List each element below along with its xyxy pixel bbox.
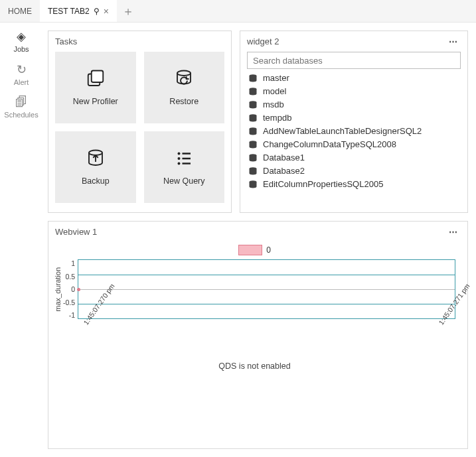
ytick: 0.5 (63, 273, 75, 281)
rail-schedules[interactable]: 🗐 Schedules (0, 96, 42, 119)
webview-panel: Webview 1 ⋯ 0 max_duration 1 0.5 0 (48, 221, 468, 449)
list-item[interactable]: model (248, 86, 461, 96)
chart-legend: 0 (54, 245, 455, 255)
ytick: 1 (63, 259, 75, 267)
list-item[interactable]: Database1 (248, 153, 461, 163)
y-axis-label: max_duration (54, 267, 62, 312)
list-item-label: master (263, 73, 289, 83)
list-item[interactable]: ChangeColumnDataTypeSQL2008 (248, 139, 461, 149)
task-restore-label: Restore (169, 97, 198, 106)
database-icon (248, 114, 258, 122)
jobs-icon: ◈ (17, 29, 26, 44)
rail-alert-label: Alert (14, 78, 29, 86)
x-axis-ticks: 1:45:07.270 pm 1:45:07.271 pm (82, 319, 455, 359)
widget2-panel: widget 2 ⋯ master model msdb tempdb AddN… (240, 31, 468, 213)
data-point (77, 288, 80, 291)
ytick: -1 (63, 311, 75, 319)
database-icon (248, 127, 258, 135)
rail-schedules-label: Schedules (4, 111, 38, 119)
svg-point-2 (177, 71, 191, 76)
task-backup-label: Backup (82, 176, 110, 186)
list-item[interactable]: AddNewTableLaunchTableDesignerSQL2 (248, 126, 461, 136)
rail-jobs[interactable]: ◈ Jobs (0, 29, 42, 53)
new-tab-button[interactable]: ＋ (117, 0, 139, 22)
svg-point-7 (178, 163, 181, 165)
legend-swatch (238, 245, 262, 255)
pin-icon[interactable]: ⚲ (94, 7, 100, 16)
database-icon (248, 101, 258, 109)
svg-point-6 (178, 157, 181, 160)
y-axis-ticks: 1 0.5 0 -0.5 -1 (63, 259, 78, 319)
list-item-label: tempdb (263, 113, 291, 123)
rail-alert[interactable]: ↻ Alert (0, 62, 42, 86)
list-item-label: msdb (263, 99, 284, 109)
list-item[interactable]: master (248, 73, 461, 83)
database-icon (248, 141, 258, 149)
list-item-label: EditColumnPropertiesSQL2005 (263, 179, 383, 189)
task-new-profiler-label: New Profiler (73, 97, 118, 106)
database-icon (248, 74, 258, 82)
list-item-label: Database2 (263, 166, 305, 176)
list-item[interactable]: msdb (248, 99, 461, 109)
search-input[interactable] (247, 52, 461, 69)
widget2-title: widget 2 (247, 36, 279, 46)
tab-test-tab2[interactable]: TEST TAB2 ⚲ × (40, 0, 117, 22)
activity-rail: ◈ Jobs ↻ Alert 🗐 Schedules (0, 23, 42, 457)
task-new-profiler[interactable]: New Profiler (55, 52, 136, 123)
legend-label: 0 (266, 245, 271, 255)
list-item-label: Database1 (263, 153, 305, 163)
ytick: -0.5 (63, 298, 75, 306)
tasks-panel: Tasks New Profiler Restore (48, 31, 232, 213)
schedules-icon: 🗐 (15, 96, 27, 109)
svg-point-5 (178, 153, 181, 155)
list-item-label: AddNewTableLaunchTableDesignerSQL2 (263, 126, 422, 136)
list-item-label: model (263, 86, 286, 96)
alert-icon: ↻ (17, 62, 27, 77)
tab-home[interactable]: HOME (0, 0, 40, 22)
database-icon (248, 154, 258, 162)
ytick: 0 (63, 285, 75, 293)
profiler-icon (86, 69, 106, 89)
task-new-query-label: New Query (163, 176, 205, 186)
tab-test-tab2-label: TEST TAB2 (48, 7, 90, 16)
task-new-query[interactable]: New Query (144, 131, 225, 203)
list-item[interactable]: Database2 (248, 166, 461, 176)
widget2-more-button[interactable]: ⋯ (446, 36, 461, 46)
task-backup[interactable]: Backup (55, 131, 136, 203)
database-list: master model msdb tempdb AddNewTableLaun… (240, 73, 467, 196)
svg-rect-1 (92, 71, 104, 83)
chart-footer-note: QDS is not enabled (54, 361, 455, 371)
rail-jobs-label: Jobs (13, 45, 29, 53)
database-icon (248, 88, 258, 96)
webview-more-button[interactable]: ⋯ (446, 227, 461, 237)
new-query-icon (174, 149, 194, 168)
tasks-title: Tasks (55, 36, 77, 46)
chart-plot-area (78, 259, 455, 319)
database-icon (248, 180, 258, 188)
backup-icon (86, 149, 106, 168)
list-item-label: ChangeColumnDataTypeSQL2008 (263, 139, 396, 149)
task-restore[interactable]: Restore (144, 52, 225, 123)
database-icon (248, 167, 258, 175)
list-item[interactable]: tempdb (248, 113, 461, 123)
restore-icon (174, 69, 194, 89)
list-item[interactable]: EditColumnPropertiesSQL2005 (248, 179, 461, 189)
webview-title: Webview 1 (55, 227, 97, 237)
close-icon[interactable]: × (104, 6, 109, 17)
tab-home-label: HOME (8, 7, 32, 16)
